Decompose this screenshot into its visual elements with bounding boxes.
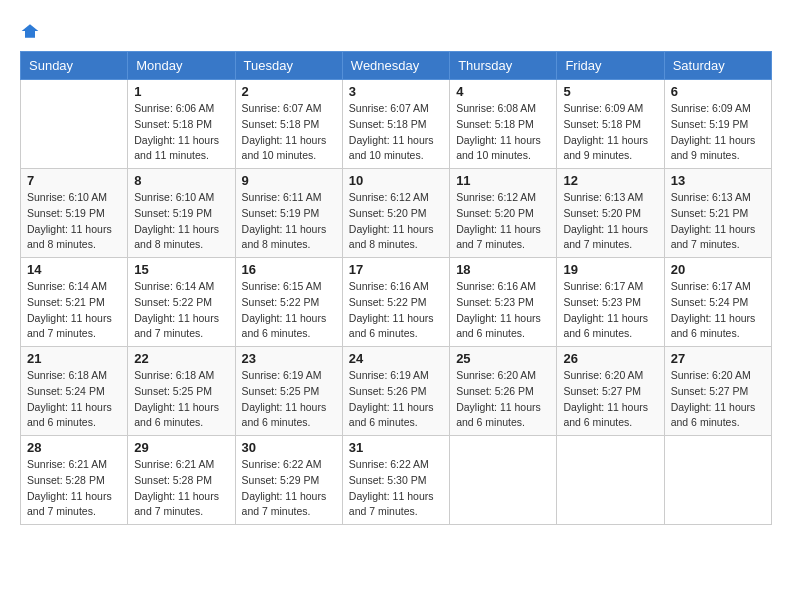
day-number: 6: [671, 84, 765, 99]
day-info: Sunrise: 6:09 AMSunset: 5:18 PMDaylight:…: [563, 101, 657, 164]
day-cell: 24Sunrise: 6:19 AMSunset: 5:26 PMDayligh…: [342, 347, 449, 436]
day-info: Sunrise: 6:22 AMSunset: 5:29 PMDaylight:…: [242, 457, 336, 520]
day-number: 1: [134, 84, 228, 99]
day-header-wednesday: Wednesday: [342, 52, 449, 80]
day-cell: 9Sunrise: 6:11 AMSunset: 5:19 PMDaylight…: [235, 169, 342, 258]
day-number: 26: [563, 351, 657, 366]
day-info: Sunrise: 6:20 AMSunset: 5:26 PMDaylight:…: [456, 368, 550, 431]
week-row-0: 1Sunrise: 6:06 AMSunset: 5:18 PMDaylight…: [21, 80, 772, 169]
week-row-3: 21Sunrise: 6:18 AMSunset: 5:24 PMDayligh…: [21, 347, 772, 436]
day-info: Sunrise: 6:20 AMSunset: 5:27 PMDaylight:…: [671, 368, 765, 431]
day-number: 7: [27, 173, 121, 188]
day-number: 30: [242, 440, 336, 455]
day-cell: [664, 436, 771, 525]
day-cell: 3Sunrise: 6:07 AMSunset: 5:18 PMDaylight…: [342, 80, 449, 169]
day-header-tuesday: Tuesday: [235, 52, 342, 80]
day-number: 5: [563, 84, 657, 99]
day-cell: 11Sunrise: 6:12 AMSunset: 5:20 PMDayligh…: [450, 169, 557, 258]
day-number: 13: [671, 173, 765, 188]
day-header-sunday: Sunday: [21, 52, 128, 80]
day-cell: 17Sunrise: 6:16 AMSunset: 5:22 PMDayligh…: [342, 258, 449, 347]
day-cell: 16Sunrise: 6:15 AMSunset: 5:22 PMDayligh…: [235, 258, 342, 347]
day-cell: 4Sunrise: 6:08 AMSunset: 5:18 PMDaylight…: [450, 80, 557, 169]
day-info: Sunrise: 6:18 AMSunset: 5:25 PMDaylight:…: [134, 368, 228, 431]
day-cell: 10Sunrise: 6:12 AMSunset: 5:20 PMDayligh…: [342, 169, 449, 258]
day-header-monday: Monday: [128, 52, 235, 80]
day-info: Sunrise: 6:13 AMSunset: 5:21 PMDaylight:…: [671, 190, 765, 253]
day-info: Sunrise: 6:12 AMSunset: 5:20 PMDaylight:…: [349, 190, 443, 253]
day-number: 9: [242, 173, 336, 188]
day-cell: 23Sunrise: 6:19 AMSunset: 5:25 PMDayligh…: [235, 347, 342, 436]
day-cell: 25Sunrise: 6:20 AMSunset: 5:26 PMDayligh…: [450, 347, 557, 436]
day-cell: 7Sunrise: 6:10 AMSunset: 5:19 PMDaylight…: [21, 169, 128, 258]
day-info: Sunrise: 6:20 AMSunset: 5:27 PMDaylight:…: [563, 368, 657, 431]
day-info: Sunrise: 6:07 AMSunset: 5:18 PMDaylight:…: [242, 101, 336, 164]
day-number: 18: [456, 262, 550, 277]
day-number: 14: [27, 262, 121, 277]
logo: [20, 20, 44, 41]
day-cell: 22Sunrise: 6:18 AMSunset: 5:25 PMDayligh…: [128, 347, 235, 436]
day-number: 8: [134, 173, 228, 188]
week-row-4: 28Sunrise: 6:21 AMSunset: 5:28 PMDayligh…: [21, 436, 772, 525]
day-cell: 5Sunrise: 6:09 AMSunset: 5:18 PMDaylight…: [557, 80, 664, 169]
day-info: Sunrise: 6:22 AMSunset: 5:30 PMDaylight:…: [349, 457, 443, 520]
day-info: Sunrise: 6:06 AMSunset: 5:18 PMDaylight:…: [134, 101, 228, 164]
day-number: 16: [242, 262, 336, 277]
day-cell: 8Sunrise: 6:10 AMSunset: 5:19 PMDaylight…: [128, 169, 235, 258]
day-cell: 14Sunrise: 6:14 AMSunset: 5:21 PMDayligh…: [21, 258, 128, 347]
day-header-thursday: Thursday: [450, 52, 557, 80]
day-cell: 18Sunrise: 6:16 AMSunset: 5:23 PMDayligh…: [450, 258, 557, 347]
day-info: Sunrise: 6:15 AMSunset: 5:22 PMDaylight:…: [242, 279, 336, 342]
day-cell: 29Sunrise: 6:21 AMSunset: 5:28 PMDayligh…: [128, 436, 235, 525]
day-number: 29: [134, 440, 228, 455]
day-number: 15: [134, 262, 228, 277]
header-row: SundayMondayTuesdayWednesdayThursdayFrid…: [21, 52, 772, 80]
day-info: Sunrise: 6:09 AMSunset: 5:19 PMDaylight:…: [671, 101, 765, 164]
day-cell: 30Sunrise: 6:22 AMSunset: 5:29 PMDayligh…: [235, 436, 342, 525]
day-info: Sunrise: 6:17 AMSunset: 5:23 PMDaylight:…: [563, 279, 657, 342]
svg-marker-0: [22, 24, 39, 37]
day-number: 20: [671, 262, 765, 277]
day-cell: 15Sunrise: 6:14 AMSunset: 5:22 PMDayligh…: [128, 258, 235, 347]
day-info: Sunrise: 6:08 AMSunset: 5:18 PMDaylight:…: [456, 101, 550, 164]
day-number: 11: [456, 173, 550, 188]
day-number: 3: [349, 84, 443, 99]
calendar: SundayMondayTuesdayWednesdayThursdayFrid…: [20, 51, 772, 525]
header: [20, 20, 772, 41]
day-info: Sunrise: 6:14 AMSunset: 5:22 PMDaylight:…: [134, 279, 228, 342]
day-cell: [450, 436, 557, 525]
day-info: Sunrise: 6:10 AMSunset: 5:19 PMDaylight:…: [27, 190, 121, 253]
week-row-2: 14Sunrise: 6:14 AMSunset: 5:21 PMDayligh…: [21, 258, 772, 347]
day-info: Sunrise: 6:12 AMSunset: 5:20 PMDaylight:…: [456, 190, 550, 253]
day-number: 12: [563, 173, 657, 188]
day-number: 10: [349, 173, 443, 188]
day-info: Sunrise: 6:10 AMSunset: 5:19 PMDaylight:…: [134, 190, 228, 253]
day-number: 2: [242, 84, 336, 99]
day-info: Sunrise: 6:07 AMSunset: 5:18 PMDaylight:…: [349, 101, 443, 164]
day-info: Sunrise: 6:18 AMSunset: 5:24 PMDaylight:…: [27, 368, 121, 431]
day-cell: 31Sunrise: 6:22 AMSunset: 5:30 PMDayligh…: [342, 436, 449, 525]
day-info: Sunrise: 6:16 AMSunset: 5:23 PMDaylight:…: [456, 279, 550, 342]
day-info: Sunrise: 6:19 AMSunset: 5:25 PMDaylight:…: [242, 368, 336, 431]
day-cell: 21Sunrise: 6:18 AMSunset: 5:24 PMDayligh…: [21, 347, 128, 436]
day-number: 4: [456, 84, 550, 99]
day-number: 17: [349, 262, 443, 277]
day-number: 19: [563, 262, 657, 277]
day-number: 22: [134, 351, 228, 366]
day-number: 21: [27, 351, 121, 366]
day-info: Sunrise: 6:13 AMSunset: 5:20 PMDaylight:…: [563, 190, 657, 253]
day-cell: 26Sunrise: 6:20 AMSunset: 5:27 PMDayligh…: [557, 347, 664, 436]
week-row-1: 7Sunrise: 6:10 AMSunset: 5:19 PMDaylight…: [21, 169, 772, 258]
day-header-friday: Friday: [557, 52, 664, 80]
day-info: Sunrise: 6:14 AMSunset: 5:21 PMDaylight:…: [27, 279, 121, 342]
day-cell: [557, 436, 664, 525]
day-cell: 6Sunrise: 6:09 AMSunset: 5:19 PMDaylight…: [664, 80, 771, 169]
day-info: Sunrise: 6:21 AMSunset: 5:28 PMDaylight:…: [27, 457, 121, 520]
day-info: Sunrise: 6:21 AMSunset: 5:28 PMDaylight:…: [134, 457, 228, 520]
day-header-saturday: Saturday: [664, 52, 771, 80]
day-cell: 28Sunrise: 6:21 AMSunset: 5:28 PMDayligh…: [21, 436, 128, 525]
day-info: Sunrise: 6:11 AMSunset: 5:19 PMDaylight:…: [242, 190, 336, 253]
day-cell: 19Sunrise: 6:17 AMSunset: 5:23 PMDayligh…: [557, 258, 664, 347]
day-number: 28: [27, 440, 121, 455]
day-number: 31: [349, 440, 443, 455]
